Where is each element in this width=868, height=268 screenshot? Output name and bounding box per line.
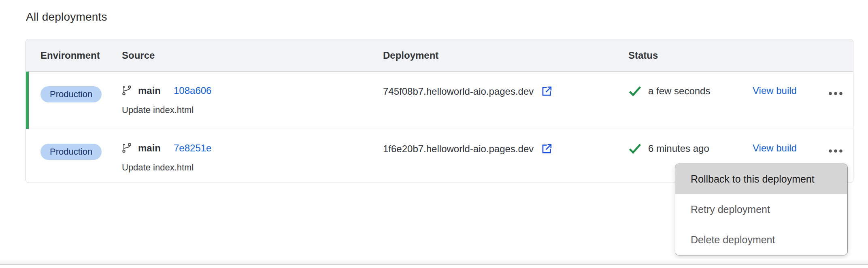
commit-message: Update index.html xyxy=(122,162,194,173)
environment-cell: Production xyxy=(40,86,102,102)
deployment-cell: 745f08b7.helloworld-aio.pages.dev xyxy=(383,85,553,98)
commit-message: Update index.html xyxy=(122,105,194,115)
table-row: Production main 108a606 Update index.htm… xyxy=(26,72,853,129)
more-actions-button[interactable] xyxy=(823,140,849,162)
view-build-cell: View build xyxy=(753,143,797,154)
status-time: 6 minutes ago xyxy=(648,143,709,154)
deployments-table: Environment Source Deployment Status Pro… xyxy=(26,39,853,183)
section-divider xyxy=(0,259,868,265)
deployments-page: All deployments Environment Source Deplo… xyxy=(0,0,868,268)
ellipsis-icon xyxy=(828,91,843,96)
current-deployment-indicator xyxy=(26,72,29,129)
page-title: All deployments xyxy=(26,11,107,23)
source-cell: main 7e8251e xyxy=(122,143,211,154)
check-icon xyxy=(628,85,642,97)
environment-cell: Production xyxy=(40,144,102,160)
view-build-link[interactable]: View build xyxy=(753,143,797,154)
status-cell: a few seconds xyxy=(628,85,710,97)
environment-badge: Production xyxy=(40,86,102,102)
column-header-source: Source xyxy=(122,39,155,71)
external-link-icon[interactable] xyxy=(540,85,553,98)
status-time: a few seconds xyxy=(648,85,710,97)
view-build-link[interactable]: View build xyxy=(753,85,797,96)
git-branch-icon xyxy=(122,85,132,96)
ellipsis-icon xyxy=(828,149,843,153)
git-branch-icon xyxy=(122,143,132,153)
menu-item-rollback[interactable]: Rollback to this deployment xyxy=(675,164,847,194)
view-build-cell: View build xyxy=(753,85,797,96)
column-header-deployment: Deployment xyxy=(383,39,438,71)
more-actions-button[interactable] xyxy=(823,82,849,105)
deployment-url: 1f6e20b7.helloworld-aio.pages.dev xyxy=(383,143,534,155)
table-header-row: Environment Source Deployment Status xyxy=(26,39,853,72)
menu-item-delete[interactable]: Delete deployment xyxy=(675,225,847,255)
status-cell: 6 minutes ago xyxy=(628,143,709,155)
deployment-actions-menu: Rollback to this deployment Retry deploy… xyxy=(675,164,848,255)
external-link-icon[interactable] xyxy=(540,143,553,155)
commit-hash-link[interactable]: 108a606 xyxy=(174,85,211,96)
column-header-environment: Environment xyxy=(40,39,100,71)
column-header-status: Status xyxy=(628,39,658,71)
commit-hash-link[interactable]: 7e8251e xyxy=(174,143,211,154)
menu-item-retry[interactable]: Retry deployment xyxy=(675,194,847,225)
branch-name: main xyxy=(138,143,161,154)
deployment-cell: 1f6e20b7.helloworld-aio.pages.dev xyxy=(383,143,553,155)
deployment-url: 745f08b7.helloworld-aio.pages.dev xyxy=(383,86,534,97)
source-cell: main 108a606 xyxy=(122,85,211,96)
environment-badge: Production xyxy=(40,144,102,160)
branch-name: main xyxy=(138,85,161,96)
check-icon xyxy=(628,143,642,155)
